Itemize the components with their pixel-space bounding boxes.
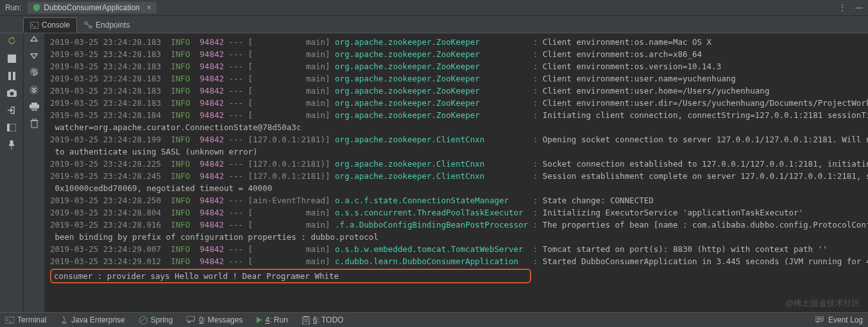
tab-bar: Console Endpoints: [0, 16, 868, 33]
soft-wrap-icon[interactable]: [29, 67, 39, 77]
status-messages[interactable]: 0: Messages: [187, 315, 243, 324]
play-icon: [257, 317, 262, 323]
console-toolbar: [24, 33, 45, 315]
console-output[interactable]: 2019-03-25 23:24:28.183 INFO 94842 --- […: [45, 33, 868, 315]
run-label: Run:: [5, 3, 21, 12]
pause-icon[interactable]: [8, 72, 16, 80]
console-icon: [30, 22, 38, 29]
down-icon[interactable]: [30, 51, 38, 59]
svg-rect-9: [10, 89, 14, 91]
run-config-name: DubboConsumerApplication: [44, 3, 139, 12]
status-bar: Terminal Java Enterprise Spring 0: Messa…: [0, 312, 868, 327]
event-log-icon: [815, 316, 824, 324]
status-run[interactable]: 4: Run: [257, 315, 287, 324]
shield-icon: [33, 4, 40, 12]
camera-icon[interactable]: [7, 89, 17, 97]
svg-rect-7: [13, 72, 15, 80]
svg-point-3: [89, 26, 92, 28]
tab-endpoints[interactable]: Endpoints: [77, 17, 137, 33]
status-todo[interactable]: 6: TODO: [302, 315, 344, 324]
java-icon: [60, 316, 68, 324]
close-icon[interactable]: ×: [147, 3, 151, 12]
status-java-enterprise[interactable]: Java Enterprise: [60, 315, 124, 324]
svg-rect-17: [31, 108, 37, 111]
exit-icon[interactable]: [7, 106, 16, 115]
todo-icon: [302, 316, 310, 324]
svg-point-22: [139, 316, 147, 324]
minimize-icon[interactable]: —: [855, 3, 863, 12]
svg-rect-6: [8, 72, 11, 80]
main: 2019-03-25 23:24:28.183 INFO 94842 --- […: [0, 33, 868, 315]
print-icon[interactable]: [30, 103, 39, 111]
svg-rect-15: [31, 103, 37, 105]
pin-icon[interactable]: [8, 140, 15, 149]
svg-rect-5: [8, 55, 16, 63]
status-spring[interactable]: Spring: [139, 315, 173, 324]
status-event-log[interactable]: Event Log: [815, 315, 863, 324]
svg-rect-12: [7, 124, 10, 131]
status-terminal[interactable]: Terminal: [5, 315, 46, 324]
tab-console[interactable]: Console: [23, 17, 77, 33]
scroll-end-icon[interactable]: [29, 85, 39, 95]
svg-point-2: [85, 22, 87, 24]
menu-dots-icon[interactable]: ⋮: [838, 3, 846, 12]
run-config-tab[interactable]: DubboConsumerApplication ×: [28, 2, 156, 13]
run-header: Run: DubboConsumerApplication × ⋮ —: [0, 0, 868, 16]
svg-point-10: [10, 92, 13, 96]
messages-icon: [187, 316, 196, 324]
svg-line-4: [87, 24, 90, 26]
svg-rect-25: [304, 316, 308, 317]
tab-console-label: Console: [42, 21, 70, 29]
stop-icon[interactable]: [8, 55, 16, 63]
up-icon[interactable]: [30, 36, 38, 44]
rerun-icon[interactable]: [7, 36, 17, 46]
layout-icon[interactable]: [7, 124, 16, 131]
spring-icon: [139, 316, 148, 324]
trash-icon[interactable]: [30, 119, 38, 128]
tab-endpoints-label: Endpoints: [96, 21, 130, 29]
svg-rect-24: [303, 317, 309, 324]
svg-rect-18: [31, 121, 37, 128]
svg-rect-26: [815, 316, 823, 321]
svg-rect-21: [5, 317, 14, 324]
terminal-icon: [5, 317, 14, 324]
svg-rect-23: [187, 316, 194, 321]
run-toolbar: [0, 33, 24, 315]
endpoints-icon: [84, 21, 92, 29]
svg-rect-20: [33, 119, 36, 121]
svg-rect-0: [30, 22, 38, 29]
